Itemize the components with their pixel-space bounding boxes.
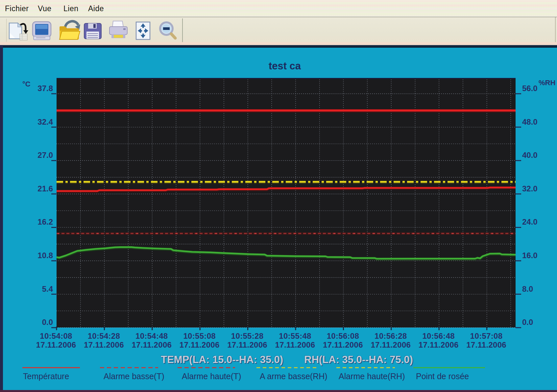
svg-text:A arme basse(RH): A arme basse(RH) [260, 372, 327, 381]
svg-text:8.0: 8.0 [522, 284, 533, 293]
svg-text:37.8: 37.8 [37, 84, 53, 93]
svg-text:10.8: 10.8 [37, 251, 53, 260]
svg-text:Point de rosée: Point de rosée [416, 372, 469, 381]
svg-text:10:55:48: 10:55:48 [279, 331, 311, 340]
svg-text:°C: °C [22, 80, 31, 88]
svg-text:10:54:48: 10:54:48 [135, 331, 168, 340]
svg-text:10:55:08: 10:55:08 [183, 331, 215, 340]
svg-text:10:54:28: 10:54:28 [88, 331, 120, 340]
svg-text:21.6: 21.6 [37, 184, 53, 193]
svg-text:56.0: 56.0 [522, 84, 538, 93]
svg-text:5.4: 5.4 [42, 284, 53, 293]
svg-text:%RH: %RH [539, 79, 555, 87]
svg-text:10:55:28: 10:55:28 [231, 331, 263, 340]
svg-text:17.11.2006: 17.11.2006 [132, 340, 172, 349]
svg-text:0.0: 0.0 [42, 318, 53, 327]
svg-text:10:56:08: 10:56:08 [327, 331, 359, 340]
svg-text:27.0: 27.0 [37, 151, 53, 159]
svg-text:Alarme haute(RH): Alarme haute(RH) [339, 372, 405, 381]
svg-text:Température: Température [23, 372, 69, 381]
svg-text:17.11.2006: 17.11.2006 [371, 340, 411, 349]
svg-text:32.0: 32.0 [522, 184, 538, 193]
svg-text:10:57:08: 10:57:08 [470, 331, 502, 340]
svg-text:24.0: 24.0 [522, 217, 538, 226]
svg-text:17.11.2006: 17.11.2006 [323, 340, 363, 349]
svg-text:48.0: 48.0 [522, 117, 538, 126]
svg-text:16.0: 16.0 [522, 251, 538, 260]
svg-text:16.2: 16.2 [37, 217, 53, 226]
svg-text:17.11.2006: 17.11.2006 [36, 340, 76, 349]
svg-text:10:56:48: 10:56:48 [422, 331, 454, 340]
svg-text:17.11.2006: 17.11.2006 [419, 340, 459, 349]
svg-text:0.0: 0.0 [522, 318, 533, 327]
svg-text:17.11.2006: 17.11.2006 [180, 340, 220, 349]
svg-text:40.0: 40.0 [522, 151, 538, 159]
svg-text:17.11.2006: 17.11.2006 [84, 340, 124, 349]
svg-text:Alarme haute(T): Alarme haute(T) [182, 372, 241, 381]
svg-text:10:54:08: 10:54:08 [40, 331, 72, 340]
svg-text:17.11.2006: 17.11.2006 [275, 340, 315, 349]
svg-text:17.11.2006: 17.11.2006 [466, 340, 506, 349]
svg-text:Alarme basse(T): Alarme basse(T) [104, 372, 164, 381]
svg-text:17.11.2006: 17.11.2006 [227, 340, 267, 349]
svg-text:10:56:28: 10:56:28 [375, 331, 407, 340]
svg-text:32.4: 32.4 [37, 117, 53, 126]
